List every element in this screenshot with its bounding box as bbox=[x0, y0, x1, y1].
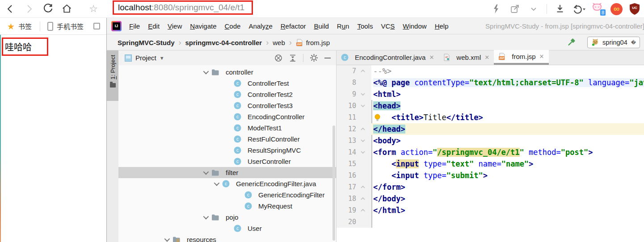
tree-item-controller[interactable]: controller bbox=[118, 67, 336, 78]
tree-expand-icon[interactable] bbox=[214, 180, 220, 186]
tree-item-restfulcontroller[interactable]: cRestFulController bbox=[118, 134, 336, 145]
address-bar[interactable]: localhost:8080/springmvc_04/e/t1 bbox=[113, 0, 253, 15]
run-configuration-select[interactable]: spring04 � bbox=[587, 37, 640, 48]
build-hammer-icon[interactable] bbox=[566, 37, 577, 48]
mobile-bookmark-item[interactable]: 手机书签 bbox=[57, 21, 84, 31]
code-line-9[interactable]: 9<html> bbox=[337, 88, 644, 100]
editor-tab-from-jsp[interactable]: JSPfrom.jsp✕ bbox=[494, 50, 548, 65]
tree-item-label: UserController bbox=[248, 158, 291, 165]
menu-code[interactable]: Code bbox=[221, 21, 245, 31]
breadcrumb-item[interactable]: web bbox=[273, 39, 285, 46]
project-tool-window-button[interactable]: 1: Project bbox=[107, 50, 118, 101]
menu-vcs[interactable]: VCS bbox=[377, 21, 399, 31]
hide-panel-icon[interactable] bbox=[324, 58, 331, 58]
menu-analyze[interactable]: Analyze bbox=[244, 21, 276, 31]
editor-tab-encodingcontroller-java[interactable]: cEncodingController.java✕ bbox=[337, 50, 438, 65]
tree-item-usercontroller[interactable]: cUserController bbox=[118, 156, 336, 167]
tree-item-myrequest[interactable]: cMyRequest bbox=[118, 200, 336, 212]
home-icon[interactable] bbox=[60, 2, 73, 16]
code-line-8[interactable]: 8<%@ page contentType="text/html;charset… bbox=[337, 77, 644, 88]
fold-marker-icon[interactable] bbox=[356, 185, 370, 189]
menu-refactor[interactable]: Refactor bbox=[277, 21, 310, 31]
menu-run[interactable]: Run bbox=[333, 21, 354, 31]
gutter: 12 bbox=[337, 123, 371, 135]
bookmark-item[interactable]: 书签 bbox=[18, 21, 32, 31]
close-tab-icon[interactable]: ✕ bbox=[484, 54, 489, 61]
menu-file[interactable]: File bbox=[125, 21, 144, 31]
tree-scrollbar[interactable] bbox=[333, 125, 335, 241]
menu-build[interactable]: Build bbox=[310, 21, 333, 31]
menu-edit[interactable]: Edit bbox=[144, 21, 164, 31]
code-line-12[interactable]: 12</head> bbox=[337, 123, 644, 135]
locate-file-icon[interactable] bbox=[274, 54, 282, 62]
tree-expand-icon[interactable] bbox=[203, 214, 209, 220]
collapse-all-icon[interactable] bbox=[289, 54, 297, 62]
breadcrumb-item[interactable]: SpringMVC-Study bbox=[118, 39, 175, 46]
tree-item-label: GenericEncodingFilter.java bbox=[236, 180, 316, 188]
code-line-11[interactable]: 11 <title>Title</title> bbox=[337, 112, 644, 123]
breadcrumb-item[interactable]: springmvc-04-controller bbox=[185, 39, 262, 46]
code-line-16[interactable]: 16 <input type="submit"> bbox=[337, 170, 644, 181]
tree-expand-icon[interactable] bbox=[203, 69, 209, 75]
toolbar-chevron-down-icon[interactable] bbox=[527, 2, 540, 16]
fold-marker-icon[interactable] bbox=[356, 127, 370, 131]
close-tab-icon[interactable]: ✕ bbox=[429, 54, 434, 61]
code-line-7[interactable]: 7--%> bbox=[337, 65, 644, 77]
fold-marker-icon[interactable] bbox=[356, 104, 370, 108]
menu-help[interactable]: Help bbox=[431, 21, 453, 31]
code-line-20[interactable]: 20 bbox=[337, 216, 644, 228]
fold-marker-icon[interactable] bbox=[356, 150, 370, 154]
code-line-14[interactable]: 14<form action="/springmvc_04/e/t1" meth… bbox=[337, 146, 644, 158]
code-line-15[interactable]: 15 <input type="text" name="name"> bbox=[337, 158, 644, 170]
menu-tools[interactable]: Tools bbox=[353, 21, 377, 31]
project-view-dropdown-icon[interactable]: ▼ bbox=[160, 55, 164, 61]
tree-item-user[interactable]: cUser bbox=[118, 223, 336, 234]
editor-tab-web-xml[interactable]: <web.xml✕ bbox=[438, 50, 494, 65]
tab-label: from.jsp bbox=[512, 53, 535, 60]
undo-icon[interactable] bbox=[572, 2, 585, 16]
tree-item-resultspringmvc[interactable]: cResultSpringMVC bbox=[118, 145, 336, 156]
bookmark-folder-icon[interactable] bbox=[93, 23, 100, 29]
close-tab-icon[interactable]: ✕ bbox=[539, 53, 544, 60]
code-line-18[interactable]: 18</body> bbox=[337, 193, 644, 204]
tree-item-encodingcontroller[interactable]: cEncodingController bbox=[118, 111, 336, 122]
menu-navigate[interactable]: Navigate bbox=[186, 21, 220, 31]
code-line-17[interactable]: 17</form> bbox=[337, 181, 644, 193]
breadcrumb: SpringMVC-Study›springmvc-04-controller›… bbox=[107, 38, 330, 47]
flash-icon[interactable] bbox=[489, 2, 503, 16]
tree-item-resources[interactable]: resources bbox=[118, 234, 336, 242]
shield-uc-icon[interactable]: UC bbox=[628, 2, 641, 16]
back-icon[interactable] bbox=[4, 2, 17, 16]
fold-marker-icon[interactable] bbox=[356, 208, 370, 213]
code-line-13[interactable]: 13<body> bbox=[337, 135, 644, 146]
tree-expand-icon[interactable] bbox=[203, 169, 209, 175]
code-line-10[interactable]: 10<head> bbox=[337, 100, 644, 112]
tree-expand-icon[interactable] bbox=[164, 236, 170, 242]
menu-window[interactable]: Window bbox=[399, 21, 430, 31]
share-icon[interactable] bbox=[508, 2, 522, 16]
tree-item-controllertest[interactable]: cControllerTest bbox=[118, 78, 336, 89]
tree-item-pojo[interactable]: pojo bbox=[118, 212, 336, 223]
fold-marker-icon[interactable] bbox=[356, 69, 370, 73]
settings-gear-icon[interactable] bbox=[310, 54, 318, 62]
forward-icon[interactable] bbox=[22, 2, 36, 16]
download-icon[interactable] bbox=[553, 2, 567, 16]
tree-item-modeltest1[interactable]: cModelTest1 bbox=[118, 122, 336, 134]
refresh-icon[interactable] bbox=[41, 2, 55, 16]
fold-marker-icon[interactable] bbox=[356, 138, 370, 143]
code-line-19[interactable]: 19</html> bbox=[337, 204, 644, 216]
infinity-extension-icon[interactable]: ∞ bbox=[610, 3, 623, 15]
tree-item-controllertest3[interactable]: cControllerTest3 bbox=[118, 100, 336, 111]
intention-bulb-icon[interactable] bbox=[374, 114, 381, 121]
fold-marker-icon[interactable] bbox=[356, 196, 370, 201]
menu-view[interactable]: View bbox=[164, 21, 186, 31]
favorite-star-icon[interactable]: ☆ bbox=[87, 2, 100, 16]
tree-item-genericencodingfilter-java[interactable]: cGenericEncodingFilter.java bbox=[118, 178, 336, 189]
tree-item-controllertest2[interactable]: cControllerTest2 bbox=[118, 89, 336, 100]
breadcrumb-item[interactable]: JSPfrom.jsp bbox=[296, 39, 330, 46]
fold-marker-icon[interactable] bbox=[356, 92, 370, 96]
code-editor[interactable]: 7--%>8<%@ page contentType="text/html;ch… bbox=[337, 65, 644, 242]
tree-item-genericencodingfilter[interactable]: cGenericEncodingFilter bbox=[118, 189, 336, 200]
tree-item-filter[interactable]: filter bbox=[118, 167, 336, 178]
extension-cat-icon[interactable]: 8 bbox=[591, 2, 604, 16]
